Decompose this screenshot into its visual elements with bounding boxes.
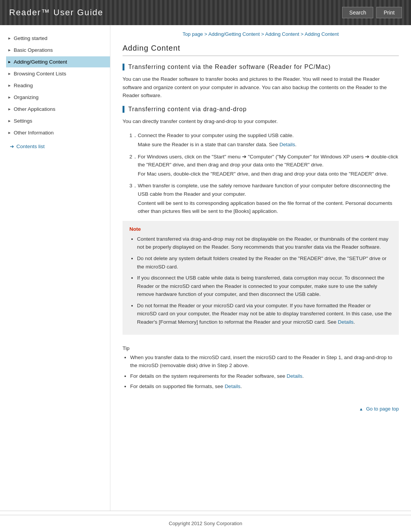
breadcrumb-sep2: > — [261, 31, 265, 37]
section-bar-icon — [123, 64, 124, 70]
note-item-2: Do not delete any system default folders… — [137, 254, 392, 271]
tip-title: Tip — [123, 345, 399, 351]
step-3-content: When transfer is complete, use the safel… — [138, 182, 399, 215]
note-item-3: If you disconnect the USB cable while da… — [137, 274, 392, 299]
content-layout: ► Getting started ► Basic Operations ► A… — [0, 25, 411, 511]
sidebar-item-adding-getting-content[interactable]: ► Adding/Getting Content — [6, 56, 110, 67]
step-3: 3． When transfer is complete, use the sa… — [129, 182, 399, 215]
sidebar-item-label: Adding/Getting Content — [14, 59, 67, 65]
sidebar-item-organizing[interactable]: ► Organizing — [6, 92, 110, 103]
sidebar-item-getting-started[interactable]: ► Getting started — [6, 33, 110, 44]
note-item-4: Do not format the Reader or your microSD… — [137, 302, 392, 326]
main-content: Top page > Adding/Getting Content > Addi… — [110, 25, 411, 511]
chevron-right-icon: ► — [8, 60, 11, 64]
step-1-main: Connect the Reader to your computer usin… — [138, 133, 294, 138]
chevron-right-icon: ► — [8, 131, 11, 135]
footer-copyright: Copyright 2012 Sony Corporation — [0, 515, 411, 532]
sidebar-item-label: Reading — [14, 83, 33, 88]
header: Reader™ User Guide Search Print — [0, 0, 411, 25]
step-1: 1． Connect the Reader to your computer u… — [129, 131, 399, 149]
sidebar-item-label: Getting started — [14, 35, 48, 41]
breadcrumb-adding-getting[interactable]: Adding/Getting Content — [208, 31, 260, 37]
chevron-right-icon: ► — [8, 48, 11, 52]
header-buttons: Search Print — [342, 7, 402, 18]
tip-details-link-1[interactable]: Details — [287, 373, 302, 379]
tip-box: Tip When you transfer data to the microS… — [123, 342, 399, 397]
chevron-right-icon: ► — [8, 72, 11, 76]
page-title: Adding Content — [123, 44, 399, 56]
step-1-sub: Make sure the Reader is in a state that … — [138, 141, 399, 149]
step-2-num: 2． — [129, 153, 138, 178]
tip-item-2: For details on the system requirements f… — [130, 372, 399, 380]
print-button[interactable]: Print — [376, 7, 402, 18]
breadcrumb: Top page > Adding/Getting Content > Addi… — [123, 31, 399, 37]
search-button[interactable]: Search — [342, 7, 373, 18]
sidebar-item-label: Basic Operations — [14, 47, 53, 53]
note-title: Note — [129, 226, 392, 232]
sidebar-item-other-information[interactable]: ► Other Information — [6, 127, 110, 138]
chevron-right-icon: ► — [8, 95, 11, 99]
sidebar-item-label: Settings — [14, 118, 32, 124]
contents-list-label: Contents list — [16, 144, 45, 149]
sidebar-item-other-applications[interactable]: ► Other Applications — [6, 104, 110, 115]
steps-list: 1． Connect the Reader to your computer u… — [129, 131, 399, 215]
step-2-main: For Windows users, click on the "Start" … — [138, 154, 398, 168]
section-bar-icon2 — [123, 106, 124, 113]
breadcrumb-sep1: > — [204, 31, 209, 37]
chevron-right-icon: ► — [8, 119, 11, 123]
section2-heading: Transferring content via drag-and-drop — [123, 106, 399, 113]
sidebar-item-label: Other Information — [14, 130, 54, 136]
tip-details-link-2[interactable]: Details — [225, 383, 240, 389]
section2-intro: You can directly transfer content by dra… — [123, 117, 399, 126]
tip-item-3: For details on supported file formats, s… — [130, 382, 399, 391]
step-3-num: 3． — [129, 182, 138, 215]
tip-list: When you transfer data to the microSD ca… — [130, 353, 399, 391]
sidebar: ► Getting started ► Basic Operations ► A… — [0, 25, 110, 511]
sidebar-item-basic-operations[interactable]: ► Basic Operations — [6, 45, 110, 56]
breadcrumb-sep3: > — [301, 31, 305, 37]
step-1-num: 1． — [129, 131, 138, 149]
breadcrumb-current: Adding Content — [305, 31, 339, 37]
sidebar-item-label: Organizing — [14, 94, 38, 100]
app-title: Reader™ User Guide — [9, 8, 104, 18]
step-2-content: For Windows users, click on the "Start" … — [138, 153, 399, 178]
section1-body: You can use the Reader software to trans… — [123, 75, 399, 100]
breadcrumb-top[interactable]: Top page — [183, 31, 203, 37]
note-details-link[interactable]: Details — [338, 319, 354, 325]
step-3-sub: Content will be sent to its correspondin… — [138, 199, 399, 216]
sidebar-item-settings[interactable]: ► Settings — [6, 115, 110, 126]
note-item-1: Content transferred via drag-and-drop ma… — [137, 235, 392, 251]
go-to-top-link[interactable]: ▲ Go to page top — [123, 406, 399, 412]
step-3-main: When transfer is complete, use the safel… — [138, 183, 390, 197]
section1-heading-text: Transferring content via the Reader soft… — [128, 64, 331, 70]
breadcrumb-adding-content[interactable]: Adding Content — [265, 31, 299, 37]
go-to-top-label: Go to page top — [366, 406, 399, 412]
step-1-details-link[interactable]: Details — [279, 142, 295, 147]
arrow-right-icon: ➔ — [10, 144, 14, 149]
chevron-right-icon: ► — [8, 36, 11, 40]
step-1-content: Connect the Reader to your computer usin… — [138, 131, 399, 149]
contents-list-link[interactable]: ➔ Contents list — [10, 144, 110, 149]
sidebar-item-label: Other Applications — [14, 106, 56, 112]
note-list: Content transferred via drag-and-drop ma… — [137, 235, 392, 326]
step-2-sub: For Mac users, double-click the "READER"… — [138, 170, 399, 178]
tip-item-1: When you transfer data to the microSD ca… — [130, 353, 399, 370]
chevron-right-icon: ► — [8, 107, 11, 111]
section1-heading: Transferring content via the Reader soft… — [123, 64, 399, 70]
step-2: 2． For Windows users, click on the "Star… — [129, 153, 399, 178]
sidebar-item-reading[interactable]: ► Reading — [6, 80, 110, 91]
section2-heading-text: Transferring content via drag-and-drop — [128, 106, 247, 113]
sidebar-item-browsing-content-lists[interactable]: ► Browsing Content Lists — [6, 68, 110, 79]
sidebar-item-label: Browsing Content Lists — [14, 71, 66, 77]
chevron-right-icon: ► — [8, 83, 11, 88]
footer: Copyright 2012 Sony Corporation 48 — [0, 511, 411, 532]
note-box: Note Content transferred via drag-and-dr… — [123, 221, 399, 335]
triangle-up-icon: ▲ — [359, 407, 363, 411]
